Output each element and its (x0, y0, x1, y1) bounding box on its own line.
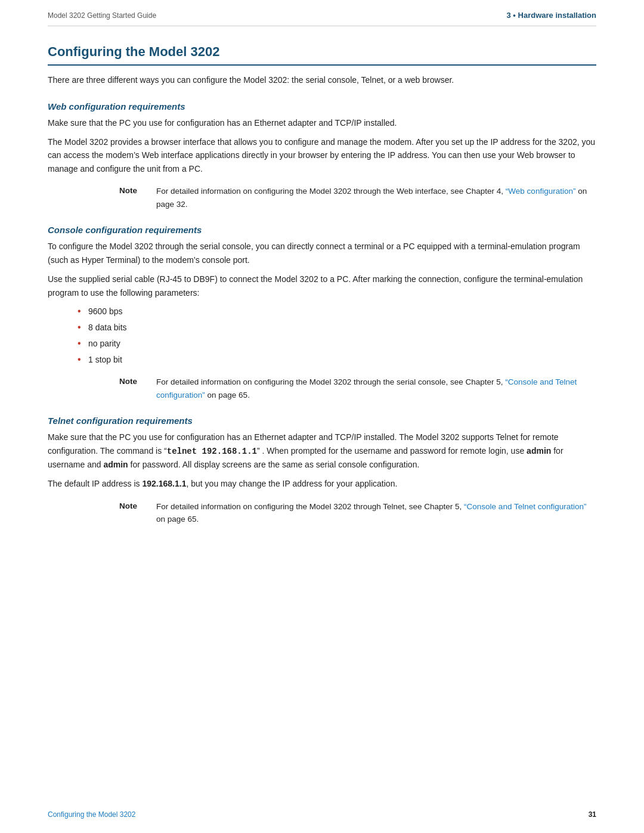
bullet-item-4: 1 stop bit (78, 354, 596, 366)
console-config-para1: To configure the Model 3202 through the … (48, 240, 596, 267)
main-content: Configuring the Model 3202 There are thr… (0, 26, 644, 571)
console-config-link[interactable]: “Console and Telnet configuration” (156, 377, 577, 400)
web-config-note: Note For detailed information on configu… (119, 185, 596, 210)
console-config-note: Note For detailed information on configu… (119, 376, 596, 401)
header-section-title: Hardware installation (518, 11, 596, 20)
web-config-para1: Make sure that the PC you use for config… (48, 116, 596, 129)
telnet-config-note: Note For detailed information on configu… (119, 500, 596, 526)
console-note-content: For detailed information on configuring … (156, 376, 596, 401)
bullet-item-1: 9600 bps (78, 305, 596, 318)
page-container: Model 3202 Getting Started Guide 3 • Har… (0, 0, 644, 833)
header-chapter: 3 • Hardware installation (506, 11, 596, 20)
telnet-config-section: Telnet configuration requirements Make s… (48, 416, 596, 526)
telnet-config-link[interactable]: “Console and Telnet configuration” (464, 502, 586, 511)
console-config-section: Console configuration requirements To co… (48, 225, 596, 401)
telnet-note-label: Note (119, 500, 150, 526)
bullet-item-3: no parity (78, 337, 596, 350)
telnet-config-para2: The default IP address is 192.168.1.1, b… (48, 477, 596, 490)
page-footer: Configuring the Model 3202 31 (0, 810, 644, 819)
console-note-label: Note (119, 376, 150, 401)
web-config-heading: Web configuration requirements (48, 101, 596, 112)
header-chapter-num: 3 (506, 11, 510, 20)
console-config-heading: Console configuration requirements (48, 225, 596, 235)
admin-password: admin (103, 460, 128, 469)
header-bullet: • (513, 11, 516, 20)
page-header: Model 3202 Getting Started Guide 3 • Har… (0, 0, 644, 26)
web-note-label: Note (119, 185, 150, 210)
header-guide-title: Model 3202 Getting Started Guide (48, 11, 156, 20)
intro-paragraph: There are three different ways you can c… (48, 74, 596, 87)
footer-section-name: Configuring the Model 3202 (48, 810, 135, 819)
bullet-item-2: 8 data bits (78, 321, 596, 334)
admin-username: admin (527, 446, 551, 456)
web-config-para2: The Model 3202 provides a browser interf… (48, 135, 596, 175)
telnet-command: telnet 192.168.1.1 (167, 447, 257, 456)
page-title: Configuring the Model 3202 (48, 44, 596, 66)
telnet-note-content: For detailed information on configuring … (156, 500, 596, 526)
web-config-section: Web configuration requirements Make sure… (48, 101, 596, 211)
default-ip: 192.168.1.1 (143, 479, 187, 488)
web-config-link[interactable]: “Web configuration” (506, 187, 576, 196)
telnet-config-para1: Make sure that the PC you use for config… (48, 431, 596, 471)
web-note-content: For detailed information on configuring … (156, 185, 596, 210)
telnet-config-heading: Telnet configuration requirements (48, 416, 596, 426)
console-bullet-list: 9600 bps 8 data bits no parity 1 stop bi… (78, 305, 596, 366)
footer-page-number: 31 (589, 810, 596, 819)
console-config-para2: Use the supplied serial cable (RJ-45 to … (48, 272, 596, 299)
